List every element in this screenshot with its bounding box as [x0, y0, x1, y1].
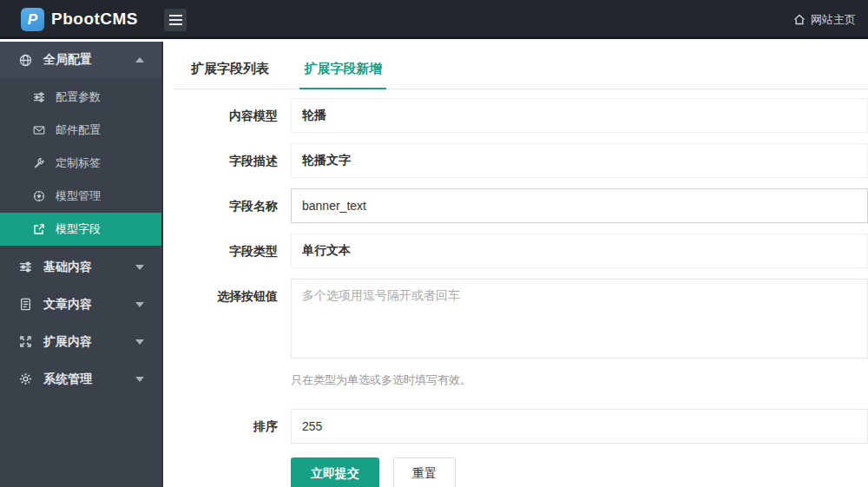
sidebar-group-system-manage[interactable]: 系统管理 [0, 360, 161, 398]
form-row: 字段描述 [163, 143, 868, 178]
home-icon [793, 14, 806, 25]
sidebar-item-email-config[interactable]: 邮件配置 [0, 114, 161, 147]
expand-icon [19, 335, 32, 348]
option-values-label: 选择按钮值 [163, 279, 278, 362]
caret-down-icon [135, 377, 144, 382]
sliders-icon [19, 260, 32, 273]
caret-up-icon [135, 57, 144, 63]
envelope-icon [33, 124, 45, 136]
sidebar-item-custom-tags[interactable]: 定制标签 [0, 147, 161, 180]
site-home-link[interactable]: 网站主页 [793, 0, 856, 39]
sidebar-group-basic-content[interactable]: 基础内容 [0, 248, 161, 286]
sidebar-toggle-button[interactable] [164, 9, 187, 31]
sidebar-group-label: 文章内容 [43, 297, 135, 313]
external-link-icon [33, 223, 45, 235]
sliders-icon [33, 91, 45, 103]
option-values-helper-text: 只在类型为单选或多选时填写有效。 [291, 372, 868, 388]
tab-extend-field-list[interactable]: 扩展字段列表 [187, 61, 273, 88]
sidebar-item-label: 模型字段 [56, 221, 101, 237]
caret-down-icon [135, 302, 144, 307]
form-row: 排序 [163, 409, 868, 444]
submit-button[interactable]: 立即提交 [291, 457, 379, 487]
form-row: 字段名称 [163, 188, 868, 223]
sidebar-group-label: 基础内容 [43, 260, 135, 275]
caret-down-icon [135, 339, 144, 345]
tab-bar: 扩展字段列表 扩展字段新增 [174, 61, 868, 89]
sidebar-item-label: 配置参数 [56, 89, 101, 105]
field-description-input[interactable] [291, 143, 868, 178]
content-model-input[interactable] [291, 98, 868, 133]
logo-letter: P [28, 11, 37, 29]
tab-extend-field-add[interactable]: 扩展字段新增 [299, 61, 386, 89]
field-name-label: 字段名称 [163, 188, 278, 223]
sidebar-item-label: 定制标签 [56, 155, 101, 171]
sidebar-submenu: 配置参数 邮件配置 定制标签 [0, 78, 161, 248]
topbar: P PbootCMS 网站主页 [0, 0, 868, 39]
option-values-textarea[interactable] [291, 279, 868, 359]
sidebar-group-global-config[interactable]: 全局配置 [0, 42, 161, 78]
sort-input[interactable] [291, 409, 868, 444]
field-description-label: 字段描述 [163, 143, 278, 178]
wrench-icon [33, 157, 45, 169]
sidebar-item-model-fields[interactable]: 模型字段 [0, 213, 161, 246]
field-type-label: 字段类型 [163, 234, 278, 268]
sidebar: 全局配置 配置参数 邮件配置 [0, 42, 163, 487]
sidebar-group-article-content[interactable]: 文章内容 [0, 286, 161, 323]
hamburger-icon [169, 15, 182, 16]
form-row: 选择按钮值 [163, 279, 868, 362]
pbootcms-logo: P [21, 8, 44, 31]
sidebar-collapsed-groups: 基础内容 文章内容 扩展内容 [0, 248, 161, 398]
sort-label: 排序 [163, 409, 278, 444]
site-home-label: 网站主页 [811, 12, 856, 28]
sidebar-group-label: 系统管理 [43, 372, 135, 387]
globe-icon [19, 54, 32, 67]
extend-field-form: 内容模型 字段描述 字段名称 字段类型 选择按钮值 [163, 98, 868, 487]
sidebar-item-label: 模型管理 [56, 188, 101, 204]
reset-button[interactable]: 重置 [393, 457, 456, 487]
caret-down-icon [135, 265, 144, 270]
form-row: 字段类型 [163, 234, 868, 268]
content-model-label: 内容模型 [163, 98, 278, 133]
sidebar-group-extend-content[interactable]: 扩展内容 [0, 323, 161, 360]
sidebar-group-label: 全局配置 [43, 52, 135, 68]
sidebar-item-label: 邮件配置 [56, 122, 101, 138]
form-actions: 立即提交 重置 [291, 457, 868, 487]
sidebar-item-config-params[interactable]: 配置参数 [0, 81, 161, 114]
main-content: 扩展字段列表 扩展字段新增 内容模型 字段描述 字段名称 字段类型 [163, 42, 868, 487]
sidebar-group-label: 扩展内容 [43, 334, 135, 350]
model-wheel-icon [33, 190, 45, 202]
gear-icon [19, 372, 32, 385]
document-icon [19, 298, 32, 311]
form-row: 内容模型 [163, 98, 868, 133]
field-type-input[interactable] [291, 234, 868, 268]
field-name-input[interactable] [291, 188, 868, 223]
sidebar-item-model-manage[interactable]: 模型管理 [0, 180, 161, 213]
app-title: PbootCMS [51, 0, 138, 39]
